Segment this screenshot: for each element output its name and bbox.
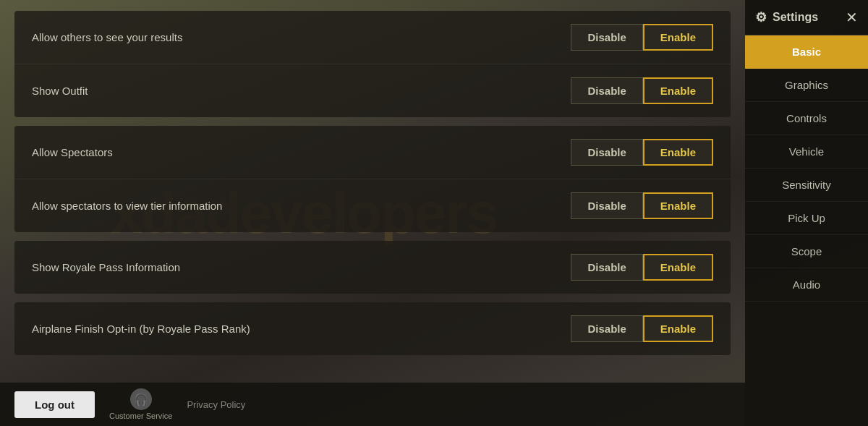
allow-others-enable-btn[interactable]: Enable — [643, 24, 713, 51]
sidebar-item-pickup[interactable]: Pick Up — [745, 202, 868, 235]
allow-spectators-toggle: Disable Enable — [571, 139, 713, 166]
allow-others-row: Allow others to see your results Disable… — [14, 11, 731, 64]
royale-pass-disable-btn[interactable]: Disable — [571, 254, 642, 281]
main-content: Allow others to see your results Disable… — [0, 0, 745, 426]
close-icon[interactable]: ✕ — [846, 9, 858, 26]
airplane-section: Airplane Finish Opt-in (by Royale Pass R… — [14, 302, 731, 355]
customer-service-label: Customer Service — [109, 412, 172, 420]
allow-others-label: Allow others to see your results — [32, 31, 182, 43]
show-outfit-enable-btn[interactable]: Enable — [643, 77, 713, 104]
royale-pass-row: Show Royale Pass Information Disable Ena… — [14, 241, 731, 294]
sidebar: ⚙ Settings ✕ Basic Graphics Controls Veh… — [745, 0, 868, 426]
bottom-bar: Log out 🎧 Customer Service Privacy Polic… — [0, 383, 745, 426]
sidebar-header: ⚙ Settings ✕ — [745, 0, 868, 35]
sidebar-item-controls[interactable]: Controls — [745, 102, 868, 135]
sidebar-nav: Basic Graphics Controls Vehicle Sensitiv… — [745, 35, 868, 426]
customer-service-icon: 🎧 — [130, 388, 152, 410]
sidebar-item-basic[interactable]: Basic — [745, 35, 868, 69]
settings-title-label: Settings — [773, 11, 818, 24]
spectators-tier-enable-btn[interactable]: Enable — [643, 192, 713, 219]
royale-section: Show Royale Pass Information Disable Ena… — [14, 241, 731, 294]
airplane-toggle: Disable Enable — [571, 315, 713, 342]
allow-spectators-row: Allow Spectators Disable Enable — [14, 126, 731, 179]
sidebar-item-graphics[interactable]: Graphics — [745, 69, 868, 102]
spectators-tier-disable-btn[interactable]: Disable — [571, 192, 642, 219]
spectators-tier-toggle: Disable Enable — [571, 192, 713, 219]
airplane-enable-btn[interactable]: Enable — [643, 315, 713, 342]
show-outfit-toggle: Disable Enable — [571, 77, 713, 104]
royale-pass-label: Show Royale Pass Information — [32, 261, 180, 273]
allow-spectators-enable-btn[interactable]: Enable — [643, 139, 713, 166]
sidebar-item-sensitivity[interactable]: Sensitivity — [745, 169, 868, 202]
gear-icon: ⚙ — [755, 9, 767, 25]
logout-button[interactable]: Log out — [14, 391, 95, 418]
royale-pass-enable-btn[interactable]: Enable — [643, 254, 713, 281]
allow-spectators-label: Allow Spectators — [32, 146, 113, 158]
settings-title-group: ⚙ Settings — [755, 9, 818, 25]
sidebar-item-audio[interactable]: Audio — [745, 268, 868, 302]
airplane-disable-btn[interactable]: Disable — [571, 315, 642, 342]
allow-others-toggle: Disable Enable — [571, 24, 713, 51]
spectators-tier-label: Allow spectators to view tier informatio… — [32, 200, 222, 212]
privacy-policy-link[interactable]: Privacy Policy — [187, 399, 245, 410]
royale-pass-toggle: Disable Enable — [571, 254, 713, 281]
sidebar-item-scope[interactable]: Scope — [745, 235, 868, 268]
allow-others-disable-btn[interactable]: Disable — [571, 24, 642, 51]
customer-service-button[interactable]: 🎧 Customer Service — [109, 388, 172, 420]
spectators-tier-row: Allow spectators to view tier informatio… — [14, 179, 731, 232]
show-outfit-row: Show Outfit Disable Enable — [14, 64, 731, 117]
sidebar-item-vehicle[interactable]: Vehicle — [745, 135, 868, 169]
airplane-row: Airplane Finish Opt-in (by Royale Pass R… — [14, 302, 731, 355]
spectators-section: Allow Spectators Disable Enable Allow sp… — [14, 126, 731, 232]
visibility-section: Allow others to see your results Disable… — [14, 11, 731, 117]
allow-spectators-disable-btn[interactable]: Disable — [571, 139, 642, 166]
show-outfit-label: Show Outfit — [32, 85, 88, 97]
show-outfit-disable-btn[interactable]: Disable — [571, 77, 642, 104]
airplane-label: Airplane Finish Opt-in (by Royale Pass R… — [32, 323, 250, 335]
